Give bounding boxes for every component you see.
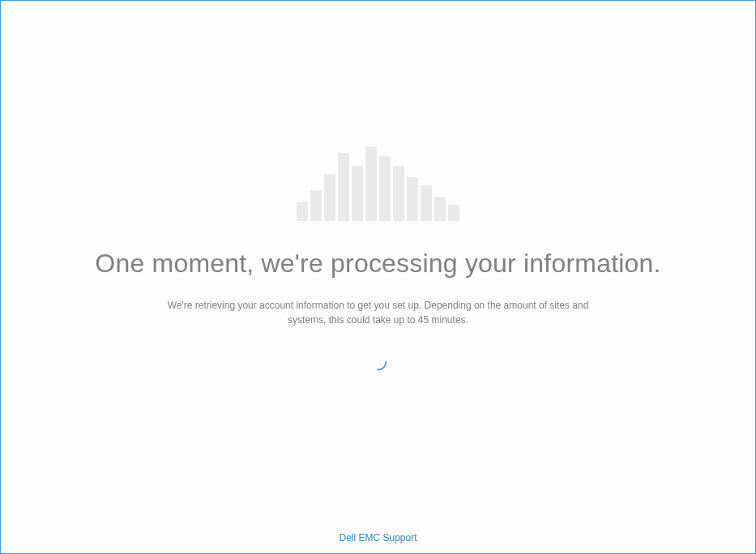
- spinner-icon: [368, 352, 389, 373]
- loading-content: One moment, we're processing your inform…: [1, 1, 755, 553]
- support-link[interactable]: Dell EMC Support: [1, 532, 755, 543]
- cloud-bars-icon: [297, 147, 459, 221]
- loading-subtext: We're retrieving your account informatio…: [168, 298, 589, 327]
- svg-point-0: [370, 355, 386, 370]
- loading-heading: One moment, we're processing your inform…: [95, 249, 660, 279]
- processing-window: One moment, we're processing your inform…: [0, 0, 756, 554]
